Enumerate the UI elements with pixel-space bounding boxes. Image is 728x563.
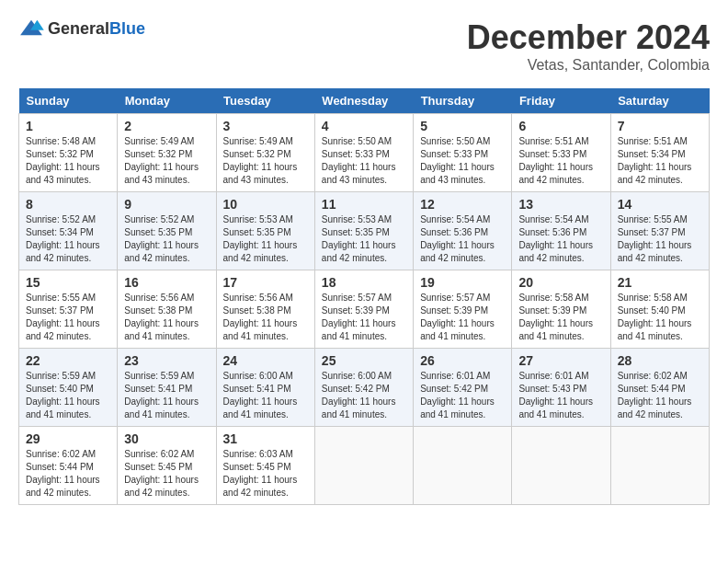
day-number: 31 <box>223 431 308 446</box>
calendar-cell: 4Sunrise: 5:50 AMSunset: 5:33 PMDaylight… <box>314 114 413 192</box>
day-info: Sunrise: 5:51 AMSunset: 5:33 PMDaylight:… <box>518 135 603 187</box>
day-info: Sunrise: 6:03 AMSunset: 5:45 PMDaylight:… <box>223 448 308 500</box>
logo-blue: Blue <box>109 19 145 38</box>
calendar-cell: 16Sunrise: 5:56 AMSunset: 5:38 PMDayligh… <box>118 270 216 349</box>
day-number: 30 <box>124 431 209 446</box>
day-number: 9 <box>124 197 209 212</box>
day-number: 6 <box>518 119 603 133</box>
calendar-cell: 17Sunrise: 5:56 AMSunset: 5:38 PMDayligh… <box>216 270 314 349</box>
day-number: 13 <box>518 197 603 212</box>
day-info: Sunrise: 5:53 AMSunset: 5:35 PMDaylight:… <box>322 213 406 265</box>
header: GeneralBlue December 2024 Vetas, Santand… <box>18 18 710 74</box>
day-info: Sunrise: 5:54 AMSunset: 5:36 PMDaylight:… <box>420 213 505 265</box>
calendar-cell: 7Sunrise: 5:51 AMSunset: 5:34 PMDaylight… <box>610 114 709 192</box>
calendar-cell: 28Sunrise: 6:02 AMSunset: 5:44 PMDayligh… <box>610 349 709 427</box>
calendar-cell: 14Sunrise: 5:55 AMSunset: 5:37 PMDayligh… <box>610 192 709 270</box>
title-area: December 2024 Vetas, Santander, Colombia <box>467 18 710 74</box>
day-info: Sunrise: 6:02 AMSunset: 5:45 PMDaylight:… <box>124 448 209 500</box>
calendar-cell: 18Sunrise: 5:57 AMSunset: 5:39 PMDayligh… <box>314 270 413 349</box>
calendar-cell: 29Sunrise: 6:02 AMSunset: 5:44 PMDayligh… <box>19 427 118 505</box>
calendar-cell: 12Sunrise: 5:54 AMSunset: 5:36 PMDayligh… <box>414 192 512 270</box>
month-title: December 2024 <box>467 18 710 57</box>
calendar-cell: 11Sunrise: 5:53 AMSunset: 5:35 PMDayligh… <box>314 192 413 270</box>
day-number: 8 <box>26 197 110 212</box>
calendar-header-tuesday: Tuesday <box>216 88 314 114</box>
calendar-cell: 10Sunrise: 5:53 AMSunset: 5:35 PMDayligh… <box>216 192 314 270</box>
day-info: Sunrise: 5:53 AMSunset: 5:35 PMDaylight:… <box>223 213 308 265</box>
calendar-week-row: 15Sunrise: 5:55 AMSunset: 5:37 PMDayligh… <box>19 270 710 349</box>
day-number: 19 <box>420 275 505 290</box>
day-info: Sunrise: 5:58 AMSunset: 5:39 PMDaylight:… <box>518 292 603 343</box>
calendar-cell: 27Sunrise: 6:01 AMSunset: 5:43 PMDayligh… <box>512 349 610 427</box>
day-info: Sunrise: 6:01 AMSunset: 5:42 PMDaylight:… <box>420 370 505 421</box>
calendar-cell: 9Sunrise: 5:52 AMSunset: 5:35 PMDaylight… <box>118 192 216 270</box>
calendar-week-row: 29Sunrise: 6:02 AMSunset: 5:44 PMDayligh… <box>19 427 710 505</box>
day-info: Sunrise: 5:49 AMSunset: 5:32 PMDaylight:… <box>223 135 308 187</box>
day-info: Sunrise: 5:52 AMSunset: 5:35 PMDaylight:… <box>124 213 209 265</box>
day-info: Sunrise: 5:50 AMSunset: 5:33 PMDaylight:… <box>420 135 505 187</box>
calendar-header-saturday: Saturday <box>610 88 709 114</box>
day-number: 12 <box>420 197 505 212</box>
day-number: 4 <box>322 119 406 133</box>
day-info: Sunrise: 5:57 AMSunset: 5:39 PMDaylight:… <box>420 292 505 343</box>
calendar-cell: 20Sunrise: 5:58 AMSunset: 5:39 PMDayligh… <box>512 270 610 349</box>
day-info: Sunrise: 5:59 AMSunset: 5:41 PMDaylight:… <box>124 370 209 421</box>
day-number: 28 <box>618 353 702 368</box>
calendar-cell: 23Sunrise: 5:59 AMSunset: 5:41 PMDayligh… <box>118 349 216 427</box>
day-number: 5 <box>420 119 505 133</box>
day-number: 26 <box>420 353 505 368</box>
day-number: 2 <box>124 119 209 133</box>
day-number: 15 <box>26 275 110 290</box>
day-number: 11 <box>322 197 406 212</box>
logo-icon <box>18 18 44 39</box>
calendar-cell: 15Sunrise: 5:55 AMSunset: 5:37 PMDayligh… <box>19 270 118 349</box>
day-number: 20 <box>518 275 603 290</box>
day-info: Sunrise: 5:54 AMSunset: 5:36 PMDaylight:… <box>518 213 603 265</box>
calendar-header-friday: Friday <box>512 88 610 114</box>
day-info: Sunrise: 5:51 AMSunset: 5:34 PMDaylight:… <box>618 135 702 187</box>
calendar-cell: 13Sunrise: 5:54 AMSunset: 5:36 PMDayligh… <box>512 192 610 270</box>
calendar-cell <box>512 427 610 505</box>
day-number: 27 <box>518 353 603 368</box>
day-info: Sunrise: 6:02 AMSunset: 5:44 PMDaylight:… <box>618 370 702 421</box>
day-number: 1 <box>26 119 110 133</box>
day-info: Sunrise: 5:57 AMSunset: 5:39 PMDaylight:… <box>322 292 406 343</box>
calendar-cell: 30Sunrise: 6:02 AMSunset: 5:45 PMDayligh… <box>118 427 216 505</box>
day-number: 16 <box>124 275 209 290</box>
day-info: Sunrise: 6:02 AMSunset: 5:44 PMDaylight:… <box>26 448 110 500</box>
calendar-cell: 1Sunrise: 5:48 AMSunset: 5:32 PMDaylight… <box>19 114 118 192</box>
logo: GeneralBlue <box>18 18 145 39</box>
calendar-cell: 3Sunrise: 5:49 AMSunset: 5:32 PMDaylight… <box>216 114 314 192</box>
calendar-table: SundayMondayTuesdayWednesdayThursdayFrid… <box>18 88 710 505</box>
day-info: Sunrise: 5:58 AMSunset: 5:40 PMDaylight:… <box>618 292 702 343</box>
calendar-header-wednesday: Wednesday <box>314 88 413 114</box>
day-info: Sunrise: 6:00 AMSunset: 5:41 PMDaylight:… <box>223 370 308 421</box>
day-number: 29 <box>26 431 110 446</box>
day-info: Sunrise: 5:55 AMSunset: 5:37 PMDaylight:… <box>26 292 110 343</box>
day-number: 14 <box>618 197 702 212</box>
day-info: Sunrise: 5:59 AMSunset: 5:40 PMDaylight:… <box>26 370 110 421</box>
day-info: Sunrise: 5:48 AMSunset: 5:32 PMDaylight:… <box>26 135 110 187</box>
calendar-cell: 31Sunrise: 6:03 AMSunset: 5:45 PMDayligh… <box>216 427 314 505</box>
calendar-cell <box>314 427 413 505</box>
calendar-body: 1Sunrise: 5:48 AMSunset: 5:32 PMDaylight… <box>19 114 710 505</box>
calendar-cell: 2Sunrise: 5:49 AMSunset: 5:32 PMDaylight… <box>118 114 216 192</box>
location-title: Vetas, Santander, Colombia <box>467 57 710 74</box>
day-number: 18 <box>322 275 406 290</box>
calendar-cell: 21Sunrise: 5:58 AMSunset: 5:40 PMDayligh… <box>610 270 709 349</box>
day-info: Sunrise: 6:01 AMSunset: 5:43 PMDaylight:… <box>518 370 603 421</box>
day-info: Sunrise: 5:56 AMSunset: 5:38 PMDaylight:… <box>124 292 209 343</box>
day-number: 23 <box>124 353 209 368</box>
day-number: 17 <box>223 275 308 290</box>
calendar-cell <box>414 427 512 505</box>
day-number: 7 <box>618 119 702 133</box>
calendar-week-row: 8Sunrise: 5:52 AMSunset: 5:34 PMDaylight… <box>19 192 710 270</box>
calendar-cell <box>610 427 709 505</box>
logo-general: General <box>48 19 109 38</box>
calendar-header-thursday: Thursday <box>414 88 512 114</box>
day-info: Sunrise: 5:49 AMSunset: 5:32 PMDaylight:… <box>124 135 209 187</box>
day-number: 21 <box>618 275 702 290</box>
day-info: Sunrise: 5:50 AMSunset: 5:33 PMDaylight:… <box>322 135 406 187</box>
day-number: 3 <box>223 119 308 133</box>
calendar-cell: 24Sunrise: 6:00 AMSunset: 5:41 PMDayligh… <box>216 349 314 427</box>
